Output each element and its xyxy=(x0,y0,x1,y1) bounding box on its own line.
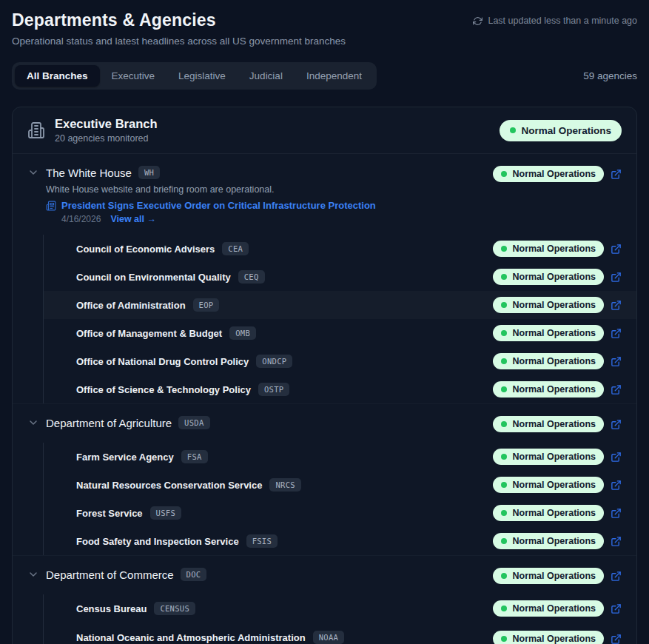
subrow-status-wrap: Normal Operations xyxy=(493,241,622,257)
status-label: Normal Operations xyxy=(512,634,596,644)
status-dot-icon xyxy=(501,386,507,392)
branch-status-label: Normal Operations xyxy=(521,125,611,136)
subrow-name-row: Natural Resources Conservation Service N… xyxy=(76,478,301,492)
group-name: The White House xyxy=(46,167,132,179)
external-link-icon[interactable] xyxy=(611,603,622,614)
status-dot-icon xyxy=(501,358,507,364)
group-header-row[interactable]: Department of Commerce DOC Normal Operat… xyxy=(13,559,636,588)
agency-code-chip: DOC xyxy=(181,568,207,581)
group-list: The White House WH White House website a… xyxy=(13,154,636,644)
status-dot-icon xyxy=(510,127,516,133)
chevron-down-icon[interactable] xyxy=(27,568,39,580)
tab-label: Legislative xyxy=(178,70,226,81)
subrow-left: Natural Resources Conservation Service N… xyxy=(76,478,301,492)
agency-code-chip: WH xyxy=(138,166,160,179)
group-news-slot: President Signs Executive Order on Criti… xyxy=(27,200,376,224)
status-dot-icon xyxy=(501,274,507,280)
sub-agency-row[interactable]: Office of Science & Technology Policy OS… xyxy=(44,375,636,403)
status-dot-icon xyxy=(501,636,507,642)
agency-count: 59 agencies xyxy=(583,70,637,81)
external-link-icon[interactable] xyxy=(611,536,622,547)
external-link-icon[interactable] xyxy=(611,571,622,582)
tab[interactable]: Legislative xyxy=(167,65,238,87)
group-name-row: Department of Commerce DOC xyxy=(27,568,206,581)
children-list: Council of Economic Advisers CEA Normal … xyxy=(43,235,636,403)
subrow-name-row: Office of Science & Technology Policy OS… xyxy=(76,383,289,396)
status-badge: Normal Operations xyxy=(493,416,604,432)
last-updated: Last updated less than a minute ago xyxy=(473,16,637,26)
external-link-icon[interactable] xyxy=(611,272,622,283)
view-all-link[interactable]: View all → xyxy=(110,214,156,224)
sub-agency-name: National Oceanic and Atmospheric Adminis… xyxy=(76,632,306,643)
status-label: Normal Operations xyxy=(512,419,596,429)
status-label: Normal Operations xyxy=(512,508,596,518)
agency-code-chip: OMB xyxy=(229,326,256,340)
tab[interactable]: All Branches xyxy=(15,65,100,87)
refresh-icon[interactable] xyxy=(473,16,482,26)
group-status-wrap: Normal Operations xyxy=(493,166,622,182)
sub-agency-row[interactable]: Natural Resources Conservation Service N… xyxy=(44,471,636,499)
external-link-icon[interactable] xyxy=(611,480,622,491)
subrow-status-wrap: Normal Operations xyxy=(493,600,622,617)
last-updated-label: Last updated less than a minute ago xyxy=(488,16,637,26)
sub-agency-row[interactable]: Council on Environmental Quality CEQ Nor… xyxy=(44,263,636,291)
status-label: Normal Operations xyxy=(512,300,596,310)
sub-agency-row[interactable]: Forest Service USFS Normal Operations xyxy=(44,499,636,527)
status-badge: Normal Operations xyxy=(493,533,604,549)
status-dot-icon xyxy=(501,454,507,460)
status-label: Normal Operations xyxy=(512,272,596,282)
sub-agency-row[interactable]: Farm Service Agency FSA Normal Operation… xyxy=(44,443,636,471)
external-link-icon[interactable] xyxy=(611,508,622,519)
status-dot-icon xyxy=(501,510,507,516)
chevron-down-icon[interactable] xyxy=(27,417,39,429)
status-dot-icon xyxy=(501,421,507,427)
external-link-icon[interactable] xyxy=(611,300,622,311)
chevron-down-icon[interactable] xyxy=(27,167,39,178)
subrow-name-row: Census Bureau CENSUS xyxy=(76,602,195,615)
tab-label: Judicial xyxy=(249,70,283,81)
group-header-row[interactable]: Department of Agriculture USDA Normal Op… xyxy=(13,407,636,437)
agency-code-chip: ONDCP xyxy=(256,355,292,368)
external-link-icon[interactable] xyxy=(611,634,622,644)
tab[interactable]: Executive xyxy=(100,65,167,87)
status-badge: Normal Operations xyxy=(493,297,604,313)
sub-agency-name: Census Bureau xyxy=(76,603,147,614)
agency-code-chip: NOAA xyxy=(313,631,345,644)
external-link-icon[interactable] xyxy=(611,452,622,463)
news-headline-link[interactable]: President Signs Executive Order on Criti… xyxy=(61,200,376,211)
sub-agency-row[interactable]: Food Safety and Inspection Service FSIS … xyxy=(44,527,636,555)
external-link-icon[interactable] xyxy=(611,419,622,430)
sub-agency-row[interactable]: Office of Administration EOP Normal Oper… xyxy=(44,291,636,319)
sub-agency-row[interactable]: National Oceanic and Atmospheric Adminis… xyxy=(44,623,636,644)
sub-agency-row[interactable]: Office of National Drug Control Policy O… xyxy=(44,347,636,375)
external-link-icon[interactable] xyxy=(611,328,622,339)
external-link-icon[interactable] xyxy=(611,384,622,395)
subrow-name-row: Forest Service USFS xyxy=(76,506,181,520)
sub-agency-row[interactable]: Council of Economic Advisers CEA Normal … xyxy=(44,235,636,263)
status-label: Normal Operations xyxy=(512,169,596,179)
group-header-row[interactable]: The White House WH White House website a… xyxy=(13,157,636,229)
subrow-left: Farm Service Agency FSA xyxy=(76,450,208,463)
sub-agency-name: Office of Administration xyxy=(76,300,186,311)
subrow-name-row: Council on Environmental Quality CEQ xyxy=(76,270,265,284)
agency-group: Department of Commerce DOC Normal Operat… xyxy=(13,555,636,644)
tab[interactable]: Independent xyxy=(295,65,374,87)
status-label: Normal Operations xyxy=(512,384,596,395)
subrow-name-row: Farm Service Agency FSA xyxy=(76,450,208,463)
sub-agency-row[interactable]: Census Bureau CENSUS Normal Operations xyxy=(44,594,636,623)
subrow-left: Office of National Drug Control Policy O… xyxy=(76,355,292,368)
external-link-icon[interactable] xyxy=(611,356,622,367)
external-link-icon[interactable] xyxy=(611,244,622,255)
news-line: President Signs Executive Order on Criti… xyxy=(46,200,376,211)
tab[interactable]: Judicial xyxy=(238,65,295,87)
status-badge: Normal Operations xyxy=(493,568,604,584)
subrow-left: Council of Economic Advisers CEA xyxy=(76,242,249,255)
status-dot-icon xyxy=(501,330,507,336)
subrow-status-wrap: Normal Operations xyxy=(493,533,622,549)
sub-agency-row[interactable]: Office of Management & Budget OMB Normal… xyxy=(44,319,636,347)
status-badge: Normal Operations xyxy=(493,269,604,285)
agency-code-chip: FSA xyxy=(181,450,208,463)
external-link-icon[interactable] xyxy=(611,169,622,180)
agency-group: Department of Agriculture USDA Normal Op… xyxy=(13,403,636,555)
agency-code-chip: USDA xyxy=(178,416,210,429)
